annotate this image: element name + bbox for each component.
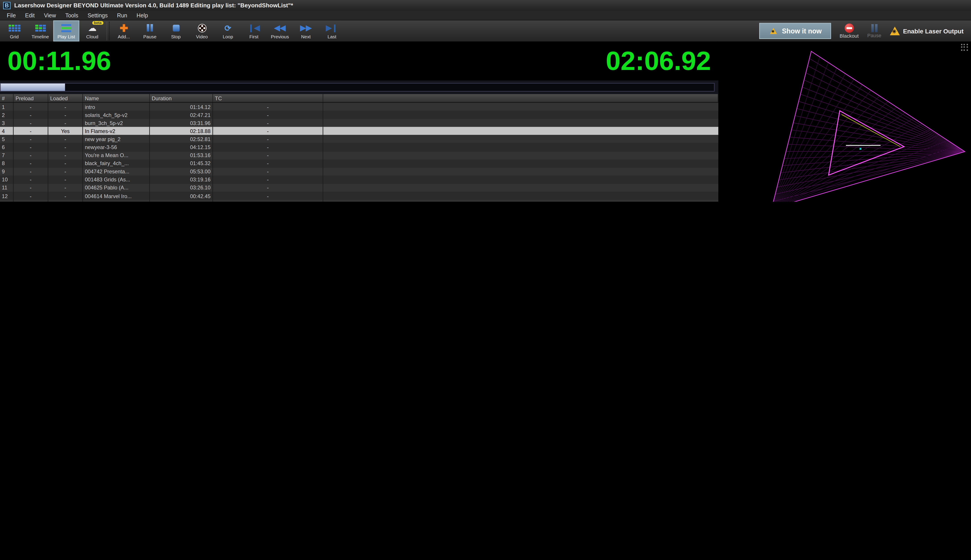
laser-warning-icon: ✳: [770, 28, 777, 34]
cell-duration: 01:14.12: [150, 103, 213, 111]
toolbar-separator: [107, 22, 110, 40]
cell-loaded: -: [48, 103, 83, 111]
cell-num: 12: [0, 192, 13, 200]
toolbar-play-list-button[interactable]: Play List: [53, 20, 79, 42]
cell-loaded: -: [48, 192, 83, 200]
first-icon: ❙◀: [248, 23, 260, 33]
cell-duration: 03:20.10: [150, 200, 213, 202]
playlist-row[interactable]: 6--newyear-3-5604:12.15-: [0, 143, 718, 151]
cell-loaded: -: [48, 119, 83, 127]
cell-num: 11: [0, 184, 13, 192]
toolbar-timeline-button[interactable]: Timeline: [27, 20, 53, 42]
cell-preload: -: [13, 176, 48, 183]
cell-tc: -: [213, 200, 323, 202]
laser-warning-icon: ✳: [890, 27, 900, 35]
toolbar-loop-button[interactable]: ⟳Loop: [215, 20, 241, 42]
cell-name: In Flames-v2: [83, 127, 150, 135]
cell-tc: -: [213, 192, 323, 200]
toolbar-last-button[interactable]: ▶❙Last: [319, 20, 345, 42]
playlist-row[interactable]: 11--004625 Pablo (A...03:26.10-: [0, 184, 718, 192]
cell-num: 13: [0, 200, 13, 202]
cell-duration: 03:19.16: [150, 176, 213, 183]
cell-preload: -: [13, 119, 48, 127]
menu-edit[interactable]: Edit: [21, 12, 39, 19]
column-header[interactable]: Name: [83, 94, 150, 102]
cell-loaded: -: [48, 168, 83, 176]
toolbar-grid-button[interactable]: Grid: [1, 20, 27, 42]
menu-file[interactable]: File: [2, 12, 20, 19]
menu-bar: FileEditViewToolsSettingsRunHelp: [0, 10, 971, 20]
cell-name: 001498 Revelatio...: [83, 200, 150, 202]
cell-tc: -: [213, 159, 323, 167]
cell-loaded: -: [48, 143, 83, 151]
cell-duration: 01:45.32: [150, 159, 213, 167]
cell-tc: -: [213, 103, 323, 111]
playlist-row[interactable]: 5--new year pig_202:52.81-: [0, 135, 718, 143]
cell-duration: 03:26.10: [150, 184, 213, 192]
cell-name: new year pig_2: [83, 135, 150, 143]
total-time: 02:06.92: [606, 46, 711, 76]
cell-preload: -: [13, 143, 48, 151]
playlist-row[interactable]: 9--004742 Presenta...05:53.00-: [0, 168, 718, 176]
pause-output-button[interactable]: Pause: [867, 24, 881, 38]
cell-duration: 01:53.16: [150, 151, 213, 159]
cell-name: newyear-3-56: [83, 143, 150, 151]
toolbar-previous-button[interactable]: ◀◀Previous: [267, 20, 293, 42]
main-toolbar: GridTimelinePlay List☁Cloudbeta ✚Add...P…: [0, 20, 971, 42]
laser-preview[interactable]: DMX: [718, 42, 971, 202]
cell-loaded: -: [48, 184, 83, 192]
menu-tools[interactable]: Tools: [61, 12, 82, 19]
cell-preload: -: [13, 168, 48, 176]
column-header[interactable]: TC: [213, 94, 323, 102]
menu-run[interactable]: Run: [113, 12, 132, 19]
menu-view[interactable]: View: [40, 12, 60, 19]
app-icon: B: [3, 2, 10, 9]
column-header[interactable]: Loaded: [48, 94, 83, 102]
menu-help[interactable]: Help: [132, 12, 152, 19]
playlist-row[interactable]: 3--burn_3ch_5p-v203:31.96-: [0, 119, 718, 127]
cell-num: 2: [0, 111, 13, 119]
playlist-row[interactable]: 10--001483 Grids (As...03:19.16-: [0, 176, 718, 183]
column-header[interactable]: Preload: [13, 94, 48, 102]
timeline-icon: [35, 23, 45, 33]
playlist-row[interactable]: 2--solaris_4ch_5p-v202:47.21-: [0, 111, 718, 119]
menu-settings[interactable]: Settings: [83, 12, 112, 19]
cell-name: intro: [83, 103, 150, 111]
toolbar-first-button[interactable]: ❙◀First: [241, 20, 267, 42]
playlist-row[interactable]: 4-YesIn Flames-v202:18.88-: [0, 127, 718, 135]
cell-tc: -: [213, 168, 323, 176]
previous-icon: ◀◀: [274, 23, 286, 33]
playlist-header: #PreloadLoadedNameDurationTC: [0, 94, 718, 103]
column-header[interactable]: #: [0, 94, 13, 102]
toolbar-next-button[interactable]: ▶▶Next: [293, 20, 319, 42]
playback-progress[interactable]: [0, 80, 718, 94]
cell-num: 7: [0, 151, 13, 159]
playlist-row[interactable]: 12--004614 Marvel Iro...00:42.45-: [0, 192, 718, 200]
toolbar-cloud-button[interactable]: ☁Cloudbeta: [79, 20, 105, 42]
cell-name: 004742 Presenta...: [83, 168, 150, 176]
cell-loaded: -: [48, 176, 83, 183]
cell-tc: -: [213, 151, 323, 159]
playlist-row[interactable]: 1--intro01:14.12-: [0, 103, 718, 111]
show-it-now-button[interactable]: ✳ Show it now: [759, 23, 831, 39]
cell-loaded: Yes: [48, 127, 83, 135]
column-header[interactable]: Duration: [150, 94, 213, 102]
grid-icon: [8, 23, 20, 33]
toolbar-add-button[interactable]: ✚Add...: [111, 20, 137, 42]
stop-icon: [172, 23, 179, 33]
toolbar-video-button[interactable]: Video: [189, 20, 215, 42]
playlist-row[interactable]: 7--You're a Mean O...01:53.16-: [0, 151, 718, 159]
playlist-row[interactable]: 8--black_fairy_4ch_...01:45.32-: [0, 159, 718, 167]
toolbar-stop-button[interactable]: Stop: [163, 20, 189, 42]
toolbar-pause-button[interactable]: Pause: [137, 20, 163, 42]
enable-laser-output-button[interactable]: ✳ Enable Laser Output: [890, 27, 964, 35]
cell-loaded: -: [48, 111, 83, 119]
grip-icon[interactable]: [961, 44, 969, 51]
cell-preload: -: [13, 127, 48, 135]
blackout-button[interactable]: Blackout: [840, 23, 859, 38]
video-icon: [197, 23, 207, 33]
cell-name: 001483 Grids (As...: [83, 176, 150, 183]
cell-preload: -: [13, 184, 48, 192]
playlist-row[interactable]: 13--001498 Revelatio...03:20.10-: [0, 200, 718, 202]
cell-num: 1: [0, 103, 13, 111]
